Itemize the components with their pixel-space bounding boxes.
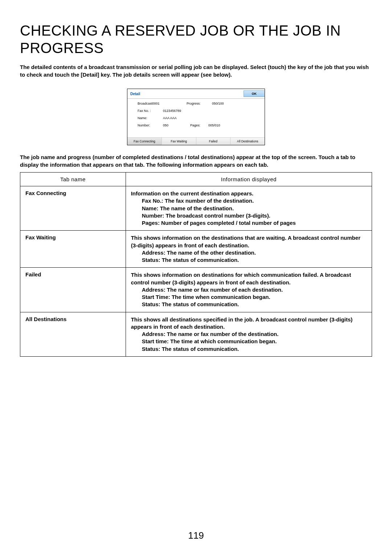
tab-fax-waiting[interactable]: Fax Waiting xyxy=(162,138,196,145)
progress-label: Progress: xyxy=(187,102,212,105)
job-name: Broadcast0001 xyxy=(138,102,163,105)
table-row: Fax ConnectingInformation on the current… xyxy=(20,186,372,231)
pages-value: 005/010 xyxy=(208,123,220,127)
info-cell: Information on the current destination a… xyxy=(126,186,372,231)
tab-all-destinations[interactable]: All Destinations xyxy=(230,138,265,145)
number-label: Number: xyxy=(138,123,163,127)
info-table: Tab name Information displayed Fax Conne… xyxy=(20,172,372,357)
col-infodisplayed: Information displayed xyxy=(126,173,372,186)
table-row: FailedThis shows information on destinat… xyxy=(20,268,372,312)
info-cell: This shows information on the destinatio… xyxy=(126,231,372,268)
intro-paragraph: The detailed contents of a broadcast tra… xyxy=(20,63,372,78)
faxno-label: Fax No. : xyxy=(138,109,163,113)
name-label: Name: xyxy=(138,116,163,120)
tab-fax-connecting[interactable]: Fax Connecting xyxy=(127,138,162,145)
detail-panel: Detail OK Broadcast0001 Progress: 050/10… xyxy=(127,89,265,145)
faxno-value: 0123456789 xyxy=(163,109,181,113)
tab-name-cell: All Destinations xyxy=(20,312,126,356)
progress-value: 050/100 xyxy=(212,102,224,105)
name-value: AAA AAA xyxy=(163,116,177,120)
tab-name-cell: Failed xyxy=(20,268,126,312)
info-cell: This shows all destinations specified in… xyxy=(126,312,372,356)
number-value: 050 xyxy=(163,123,168,127)
table-row: All DestinationsThis shows all destinati… xyxy=(20,312,372,356)
tab-name-cell: Fax Connecting xyxy=(20,186,126,231)
page-title: CHECKING A RESERVED JOB OR THE JOB IN PR… xyxy=(20,22,372,57)
tab-name-cell: Fax Waiting xyxy=(20,231,126,268)
page-number: 119 xyxy=(0,530,392,541)
table-description: The job name and progress (number of com… xyxy=(20,153,372,169)
pages-label: Pages: xyxy=(190,123,208,127)
panel-header-title: Detail xyxy=(130,92,140,96)
info-cell: This shows information on destinations f… xyxy=(126,268,372,312)
col-tabname: Tab name xyxy=(20,173,126,186)
tab-failed[interactable]: Failed xyxy=(196,138,231,145)
table-row: Fax WaitingThis shows information on the… xyxy=(20,231,372,268)
ok-button[interactable]: OK xyxy=(244,90,265,97)
